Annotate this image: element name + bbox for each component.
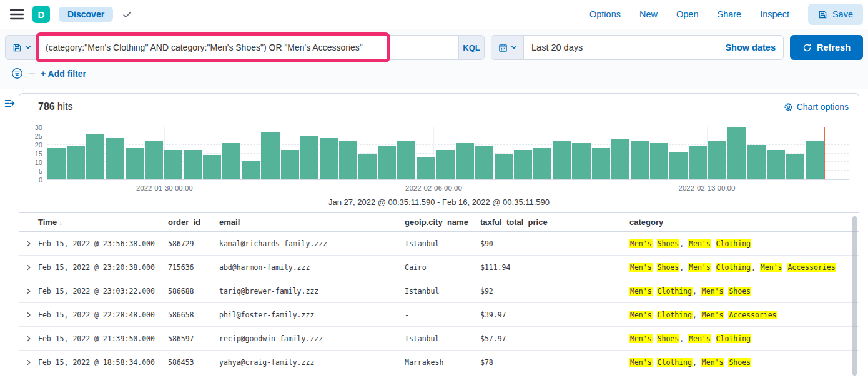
histogram-bar[interactable] <box>669 152 688 179</box>
histogram-bar[interactable] <box>222 143 240 179</box>
expand-row-button[interactable] <box>19 287 38 295</box>
expand-row-button[interactable] <box>19 311 38 319</box>
table-row: Feb 15, 2022 @ 21:39:50.000586597recip@g… <box>19 327 859 351</box>
table-row: Feb 15, 2022 @ 18:58:34.000586453yahya@c… <box>19 351 859 374</box>
column-header-price[interactable]: taxful_total_price <box>480 217 629 227</box>
add-filter-link[interactable]: + Add filter <box>41 69 86 79</box>
column-header-city[interactable]: geoip.city_name <box>405 217 480 227</box>
category-cell: Men's Clothing, Men's Shoes <box>629 287 859 296</box>
histogram-bar[interactable] <box>184 150 202 179</box>
filter-menu-button[interactable] <box>11 67 23 79</box>
histogram-bar[interactable] <box>320 138 338 179</box>
chart-options-link[interactable]: Chart options <box>784 102 849 112</box>
histogram-bar[interactable] <box>145 141 163 179</box>
column-header-email[interactable]: email <box>219 217 405 227</box>
query-language-button[interactable]: KQL <box>458 35 485 60</box>
histogram-chart: 051015202530 2022-01-30 00:002022-02-06 … <box>19 127 859 180</box>
histogram-bar[interactable] <box>106 138 124 179</box>
histogram-bar[interactable] <box>533 148 551 179</box>
histogram-bar[interactable] <box>47 148 66 179</box>
histogram-bar[interactable] <box>806 141 824 179</box>
histogram-bar[interactable] <box>436 150 455 179</box>
histogram-bar[interactable] <box>689 146 707 179</box>
nav-options-link[interactable]: Options <box>589 9 621 19</box>
histogram-bar[interactable] <box>67 146 85 179</box>
highlighted-term: Men's <box>701 287 724 296</box>
date-quick-select-button[interactable] <box>491 36 524 59</box>
histogram-bar[interactable] <box>592 148 610 179</box>
nav-inspect-link[interactable]: Inspect <box>760 9 789 19</box>
nav-open-link[interactable]: Open <box>676 9 698 19</box>
histogram-bar[interactable] <box>650 143 668 179</box>
show-dates-link[interactable]: Show dates <box>725 36 783 59</box>
time-cell: Feb 15, 2022 @ 23:20:38.000 <box>38 263 168 272</box>
date-range-value[interactable]: Last 20 days <box>524 36 725 59</box>
city-cell: Istanbul <box>405 239 480 248</box>
top-nav: Options New Open Share Inspect Save <box>589 4 863 25</box>
nav-new-link[interactable]: New <box>639 9 658 19</box>
expand-row-button[interactable] <box>19 264 38 271</box>
highlighted-term: Men's <box>688 263 711 272</box>
highlighted-term: Men's <box>629 358 653 367</box>
histogram-bar[interactable] <box>747 145 766 179</box>
hamburger-menu-button[interactable] <box>10 9 24 20</box>
vertical-scrollbar[interactable] <box>852 216 857 376</box>
price-cell: $92 <box>480 287 629 296</box>
histogram-bar[interactable] <box>611 139 629 179</box>
histogram-bar[interactable] <box>417 157 435 179</box>
expand-row-button[interactable] <box>19 335 38 342</box>
time-range-caption: Jan 27, 2022 @ 00:35:11.590 - Feb 16, 20… <box>19 197 859 207</box>
expand-row-button[interactable] <box>19 359 38 366</box>
nav-share-link[interactable]: Share <box>717 9 741 19</box>
expand-row-button[interactable] <box>19 240 38 247</box>
histogram-bar[interactable] <box>339 141 357 179</box>
histogram-bar[interactable] <box>786 154 804 180</box>
histogram-bar[interactable] <box>514 150 532 179</box>
order-id-cell: 586688 <box>168 287 219 296</box>
time-cell: Feb 15, 2022 @ 23:56:38.000 <box>38 239 168 248</box>
hamburger-icon <box>10 9 24 20</box>
expand-sidebar-button[interactable] <box>4 98 15 111</box>
histogram-bar[interactable] <box>203 155 221 179</box>
histogram-bar[interactable] <box>281 150 299 179</box>
highlighted-term: Men's <box>629 287 653 296</box>
histogram-bar[interactable] <box>126 148 144 179</box>
saved-query-menu-button[interactable] <box>5 35 37 60</box>
expand-row-icon <box>25 264 32 271</box>
histogram-bar[interactable] <box>495 154 513 180</box>
histogram-bar[interactable] <box>475 146 493 179</box>
highlighted-term: Men's <box>629 334 653 343</box>
histogram-bar[interactable] <box>358 154 377 180</box>
histogram-bar[interactable] <box>631 141 649 179</box>
histogram-bar[interactable] <box>727 127 746 179</box>
column-header-order-id[interactable]: order_id <box>168 217 219 227</box>
city-cell: Istanbul <box>405 334 480 343</box>
query-bar-section: (category:"Men's Clothing" AND category:… <box>0 29 868 89</box>
histogram-bar[interactable] <box>708 141 726 179</box>
city-cell: Istanbul <box>405 287 480 296</box>
histogram-bar[interactable] <box>767 150 785 179</box>
column-header-time[interactable]: Time↓ <box>38 217 168 227</box>
histogram-bar[interactable] <box>553 141 571 179</box>
histogram-bar[interactable] <box>378 146 396 179</box>
time-cell: Feb 15, 2022 @ 22:28:48.000 <box>38 311 168 319</box>
histogram-bar[interactable] <box>86 134 104 179</box>
x-axis-tick-label: 2022-02-13 00:00 <box>679 184 736 192</box>
refresh-button[interactable]: Refresh <box>790 35 863 60</box>
histogram-bar[interactable] <box>242 161 260 179</box>
histogram-bar[interactable] <box>456 143 474 179</box>
histogram-bar[interactable] <box>572 143 590 179</box>
save-button[interactable]: Save <box>808 4 863 25</box>
breadcrumb-discover[interactable]: Discover <box>59 7 113 22</box>
histogram-bar[interactable] <box>300 136 318 179</box>
highlighted-term: Men's <box>701 358 724 367</box>
histogram-bar[interactable] <box>261 132 279 179</box>
column-header-category[interactable]: category <box>629 217 859 227</box>
space-logo[interactable]: D <box>32 6 50 23</box>
highlighted-term: Clothing <box>657 311 693 319</box>
hits-count: 786hits <box>38 101 73 112</box>
histogram-bar[interactable] <box>397 141 415 179</box>
query-input[interactable]: (category:"Men's Clothing" AND category:… <box>37 35 458 60</box>
histogram-bar[interactable] <box>164 150 182 179</box>
email-cell: phil@foster-family.zzz <box>219 311 405 319</box>
